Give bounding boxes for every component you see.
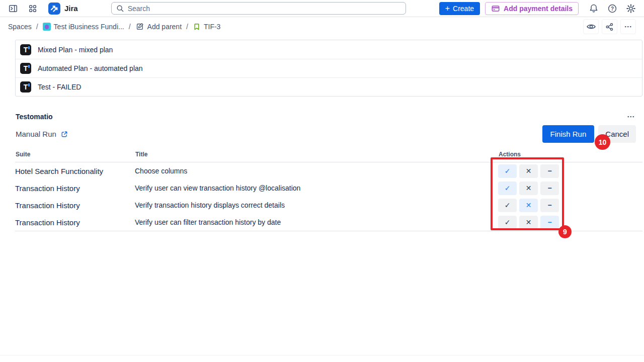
- list-item[interactable]: T Test - FAILED: [16, 77, 642, 96]
- breadcrumb-add-parent[interactable]: Add parent: [135, 22, 182, 31]
- list-item[interactable]: T Automated Plan - automated plan: [16, 59, 642, 77]
- jira-home[interactable]: Jira: [48, 3, 78, 15]
- share-icon: [605, 22, 614, 32]
- table-row: Transaction History Verify user can filt…: [15, 214, 642, 231]
- breadcrumb-separator: /: [186, 23, 188, 31]
- app-name: Jira: [64, 4, 78, 13]
- notifications-button[interactable]: [588, 3, 600, 15]
- bell-icon: [589, 4, 599, 14]
- plan-list: T Mixed Plan - mixed plan T Automated Pl…: [15, 40, 642, 97]
- plan-label: Test - FAILED: [38, 83, 81, 91]
- breadcrumb-add-parent-label: Add parent: [147, 23, 182, 31]
- question-mark-icon: ?: [607, 4, 617, 14]
- external-link-icon[interactable]: [60, 130, 68, 138]
- app-switcher-button[interactable]: [27, 3, 38, 14]
- actions-cell: ✓ ✕ −: [498, 164, 642, 178]
- search-icon: [116, 5, 124, 13]
- fail-button[interactable]: ✕: [519, 199, 538, 212]
- create-button-label: Create: [453, 5, 474, 13]
- fail-button[interactable]: ✕: [519, 216, 538, 229]
- skip-button[interactable]: −: [540, 199, 559, 212]
- watch-button[interactable]: [583, 19, 599, 34]
- more-actions-button[interactable]: ⋯: [620, 19, 636, 34]
- search-input[interactable]: [128, 5, 401, 13]
- title-cell: Verify transaction history displays corr…: [135, 201, 498, 209]
- actions-cell: ✓ ✕ −: [498, 216, 642, 229]
- title-cell: Verify user can filter transaction histo…: [135, 218, 498, 226]
- column-header-actions: Actions: [499, 151, 642, 158]
- eye-icon: [586, 22, 596, 32]
- section-more-button[interactable]: ⋯: [626, 111, 636, 122]
- ellipsis-icon: ⋯: [624, 22, 632, 31]
- table-row: Transaction History Verify user can view…: [15, 179, 642, 197]
- plan-label: Mixed Plan - mixed plan: [38, 46, 113, 54]
- edit-icon: [135, 22, 144, 31]
- pass-button[interactable]: ✓: [498, 216, 517, 229]
- suite-cell: Transaction History: [15, 201, 135, 210]
- testomat-logo-icon: T: [20, 81, 31, 93]
- pass-button[interactable]: ✓: [498, 199, 517, 212]
- table-row: Transaction History Verify transaction h…: [15, 197, 642, 214]
- payment-button-label: Add payment details: [504, 5, 573, 13]
- top-navigation: Jira + Create: [0, 0, 644, 17]
- test-results-table: Suite Title Actions Hotel Search Functio…: [15, 151, 642, 231]
- title-cell: Choose columns: [135, 167, 498, 175]
- table-header: Suite Title Actions: [15, 151, 642, 162]
- app-grid-icon: [28, 4, 37, 13]
- help-button[interactable]: ?: [606, 3, 618, 15]
- sidebar-toggle-button[interactable]: [7, 3, 19, 15]
- actions-cell: ✓ ✕ −: [498, 199, 642, 212]
- bottom-divider: [0, 355, 644, 355]
- create-button[interactable]: + Create: [439, 2, 480, 15]
- suite-cell: Transaction History: [15, 184, 135, 193]
- svg-text:?: ?: [611, 6, 614, 11]
- fail-button[interactable]: ✕: [519, 182, 538, 195]
- cancel-button[interactable]: Cancel: [598, 125, 636, 143]
- ellipsis-icon: ⋯: [627, 112, 635, 121]
- breadcrumb-issue[interactable]: TIF-3: [193, 23, 220, 31]
- pass-button[interactable]: ✓: [498, 182, 517, 195]
- suite-cell: Hotel Search Functionality: [15, 167, 135, 175]
- share-button[interactable]: [602, 19, 617, 34]
- search-bar[interactable]: [111, 2, 406, 15]
- breadcrumb: Spaces / Test iBusiness Fundi... / Add p…: [8, 22, 220, 31]
- breadcrumb-separator: /: [36, 23, 38, 31]
- suite-cell: Transaction History: [15, 218, 135, 227]
- bookmark-icon: [193, 23, 201, 31]
- plus-icon: +: [445, 5, 450, 13]
- sidebar-expand-icon: [8, 4, 18, 14]
- run-title: Manual Run: [16, 130, 56, 138]
- skip-button[interactable]: −: [540, 164, 559, 178]
- breadcrumb-row: Spaces / Test iBusiness Fundi... / Add p…: [0, 17, 644, 36]
- gear-icon: [626, 4, 636, 14]
- breadcrumb-spaces[interactable]: Spaces: [8, 23, 32, 31]
- column-header-suite: Suite: [16, 151, 135, 158]
- breadcrumb-project[interactable]: Test iBusiness Fundi...: [43, 23, 124, 31]
- skip-button[interactable]: −: [540, 216, 559, 229]
- jira-logo-icon: [48, 3, 60, 15]
- credit-card-icon: [491, 4, 500, 13]
- fail-button[interactable]: ✕: [519, 164, 538, 178]
- column-header-title: Title: [135, 151, 499, 158]
- table-body: Hotel Search Functionality Choose column…: [15, 162, 642, 231]
- pass-button[interactable]: ✓: [498, 164, 517, 178]
- plan-label: Automated Plan - automated plan: [38, 64, 143, 72]
- breadcrumb-project-label: Test iBusiness Fundi...: [54, 23, 124, 31]
- settings-button[interactable]: [625, 3, 637, 15]
- project-avatar: [43, 23, 51, 31]
- list-item[interactable]: T Mixed Plan - mixed plan: [16, 40, 642, 59]
- breadcrumb-issue-label: TIF-3: [204, 23, 220, 31]
- testomat-logo-icon: T: [20, 63, 31, 74]
- testomat-logo-icon: T: [20, 44, 31, 55]
- add-payment-details-button[interactable]: Add payment details: [485, 2, 579, 15]
- breadcrumb-separator: /: [129, 23, 131, 31]
- actions-cell: ✓ ✕ −: [498, 182, 642, 195]
- section-title: Testomatio: [16, 113, 53, 121]
- finish-run-button[interactable]: Finish Run: [542, 125, 595, 143]
- table-row: Hotel Search Functionality Choose column…: [15, 162, 642, 179]
- title-cell: Verify user can view transaction history…: [135, 184, 498, 192]
- skip-button[interactable]: −: [540, 182, 559, 195]
